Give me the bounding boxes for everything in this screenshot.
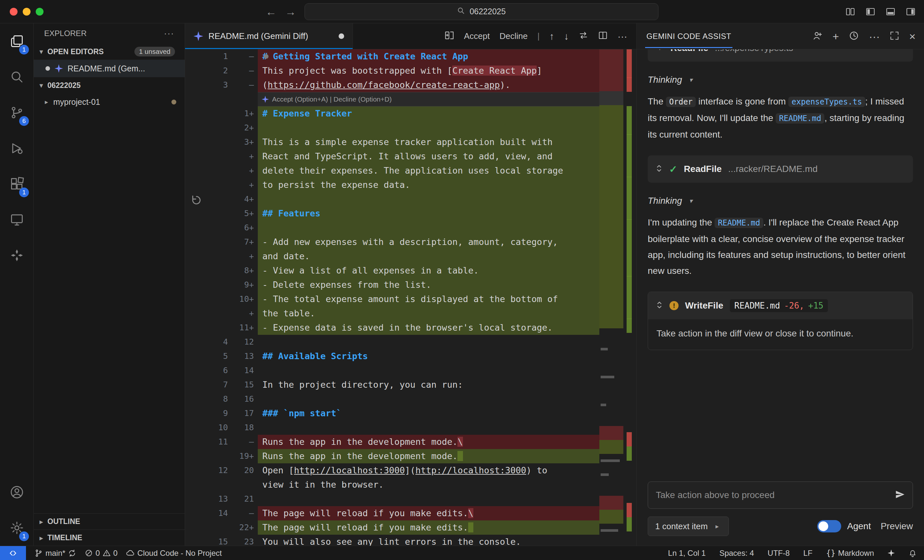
split-editor-icon[interactable]: [598, 30, 608, 42]
gemini-activity-icon[interactable]: [0, 238, 33, 273]
back-button[interactable]: ←: [266, 6, 277, 17]
eol-item[interactable]: LF: [803, 549, 812, 558]
diff-row: 8+- View a list of all expenses in a tab…: [185, 264, 599, 278]
chevron-right-icon: ▸: [37, 518, 45, 526]
open-changes-icon[interactable]: [444, 30, 454, 42]
explorer-activity-icon[interactable]: 1: [0, 23, 33, 59]
workbench: 1 6 1: [0, 23, 924, 546]
file-chip[interactable]: README.md: [715, 218, 763, 228]
folder-modified-dot-icon: [171, 100, 176, 105]
panel-title-tab[interactable]: GEMINI CODE ASSIST: [645, 25, 732, 48]
cloud-code-status-item[interactable]: Cloud Code - No Project: [126, 549, 222, 558]
indentation-item[interactable]: Spaces: 4: [720, 549, 754, 558]
notifications-bell-icon[interactable]: [908, 549, 917, 557]
accept-button[interactable]: Accept: [464, 31, 490, 41]
expand-collapse-icon[interactable]: [656, 301, 663, 311]
chat-input-box[interactable]: [648, 482, 913, 509]
chevron-down-icon: ▾: [687, 197, 695, 205]
tool-card-readfile[interactable]: ✓ ReadFile ...racker/README.md: [648, 156, 913, 183]
preview-button[interactable]: Preview: [880, 521, 913, 532]
language-mode-item[interactable]: {} Markdown: [826, 549, 874, 558]
file-chip[interactable]: expenseTypes.ts: [788, 97, 865, 107]
toggle-secondary-sidebar-icon[interactable]: [906, 7, 915, 16]
tool-card-readfile-clipped[interactable]: ▾ ReadFile .../expenseTypes.ts: [648, 49, 913, 61]
editor-actions: Accept Decline | ↑ ↓ ···: [444, 23, 636, 49]
branch-status-item[interactable]: main*: [34, 549, 76, 558]
diff-row: 11+- Expense data is saved in the browse…: [185, 320, 599, 335]
source-control-activity-icon[interactable]: 6: [0, 95, 33, 130]
explorer-title: EXPLORER: [44, 29, 87, 38]
customize-layout-icon[interactable]: [845, 7, 855, 16]
success-check-icon: ✓: [669, 163, 677, 175]
diff-row: 10+- The total expense amount is display…: [185, 292, 599, 306]
encoding-item[interactable]: UTF-8: [768, 549, 790, 558]
workspace-section[interactable]: ▾ 06222025: [34, 77, 185, 93]
diff-row: 917### `npm start`: [185, 406, 599, 421]
revert-block-icon[interactable]: [191, 195, 202, 208]
sync-icon[interactable]: [68, 549, 76, 557]
context-items-button[interactable]: 1 context item ▸: [648, 517, 729, 536]
share-account-icon[interactable]: [812, 30, 823, 42]
timeline-section[interactable]: ▸ TIMELINE: [34, 530, 185, 546]
remote-indicator[interactable]: [0, 546, 26, 560]
panel-more-icon[interactable]: ···: [869, 31, 880, 42]
diff-row: 3–(https://github.com/facebook/create-re…: [185, 78, 599, 92]
diff-inline-actions[interactable]: Accept (Option+A) | Decline (Option+D): [185, 92, 599, 106]
thinking-header[interactable]: Thinking ▾: [648, 75, 913, 85]
chevron-down-icon: ▾: [656, 49, 664, 52]
account-activity-icon[interactable]: [0, 474, 33, 510]
toggle-panel-icon[interactable]: [886, 7, 896, 16]
command-center-search[interactable]: 06222025: [304, 3, 658, 20]
unsaved-dot-icon[interactable]: [339, 33, 344, 39]
toggle-sidebar-icon[interactable]: [866, 7, 875, 16]
editor-group: README.md (Gemini Diff) Accept Decline |…: [185, 23, 636, 546]
gemini-icon: [54, 64, 63, 73]
expand-collapse-icon[interactable]: [656, 164, 663, 174]
run-debug-activity-icon[interactable]: [0, 130, 33, 166]
diff-row: +to persist the expense data.: [185, 178, 599, 192]
remote-explorer-activity-icon[interactable]: [0, 202, 33, 238]
decline-button[interactable]: Decline: [500, 31, 528, 41]
settings-gear-icon[interactable]: 1: [0, 510, 33, 546]
close-panel-icon[interactable]: ×: [909, 31, 915, 42]
modified-dot-icon[interactable]: [45, 66, 50, 71]
chat-input[interactable]: [656, 490, 890, 500]
copilot-sparkle-icon[interactable]: [888, 550, 895, 557]
thinking-header[interactable]: Thinking ▾: [648, 196, 913, 206]
panel-header-actions: + ··· ×: [812, 30, 915, 42]
send-icon[interactable]: [895, 490, 905, 501]
minimap[interactable]: [599, 49, 623, 546]
cursor-position-item[interactable]: Ln 1, Col 1: [668, 549, 706, 558]
next-change-icon[interactable]: ↓: [564, 31, 569, 41]
diff-row: 1220Open [http://localhost:3000](http://…: [185, 463, 599, 478]
diff-editor[interactable]: 1–# Getting Started with Create React Ap…: [185, 49, 636, 546]
folder-myproject-01[interactable]: ▸ myproject-01: [34, 93, 185, 110]
extensions-activity-icon[interactable]: 1: [0, 166, 33, 202]
open-editor-readme[interactable]: README.md (Gem...: [34, 60, 185, 77]
explorer-sidebar: EXPLORER ··· ▾ OPEN EDITORS 1 unsaved RE…: [34, 23, 185, 546]
swap-diff-sides-icon[interactable]: [579, 30, 588, 42]
forward-button[interactable]: →: [285, 6, 296, 17]
assistant-message: I'm updating the README.md. I'll replace…: [648, 214, 913, 279]
overview-ruler: [623, 49, 636, 546]
search-activity-icon[interactable]: [0, 59, 33, 95]
diff-stats-chip: README.md -26, +15: [730, 299, 828, 312]
explorer-more-actions-icon[interactable]: ···: [164, 28, 174, 39]
diff-row: 816: [185, 392, 599, 406]
open-editors-section[interactable]: ▾ OPEN EDITORS 1 unsaved: [34, 43, 185, 60]
more-actions-icon[interactable]: ···: [618, 31, 627, 41]
history-icon[interactable]: [849, 30, 859, 42]
new-chat-icon[interactable]: +: [832, 31, 839, 42]
explorer-badge: 1: [19, 45, 29, 54]
outline-section[interactable]: ▸ OUTLINE: [34, 513, 185, 530]
diff-row: 3+This is a simple expense tracker appli…: [185, 135, 599, 149]
tab-readme-gemini-diff[interactable]: README.md (Gemini Diff): [185, 23, 353, 49]
problems-status-item[interactable]: 0 0: [85, 549, 117, 558]
diff-row: 1321: [185, 492, 599, 506]
agent-toggle[interactable]: [817, 520, 841, 532]
previous-change-icon[interactable]: ↑: [549, 31, 554, 41]
expand-panel-icon[interactable]: [890, 31, 899, 42]
file-chip[interactable]: README.md: [776, 113, 824, 124]
writefile-header[interactable]: ! WriteFile README.md -26, +15: [648, 292, 913, 319]
git-branch-icon: [34, 549, 43, 557]
